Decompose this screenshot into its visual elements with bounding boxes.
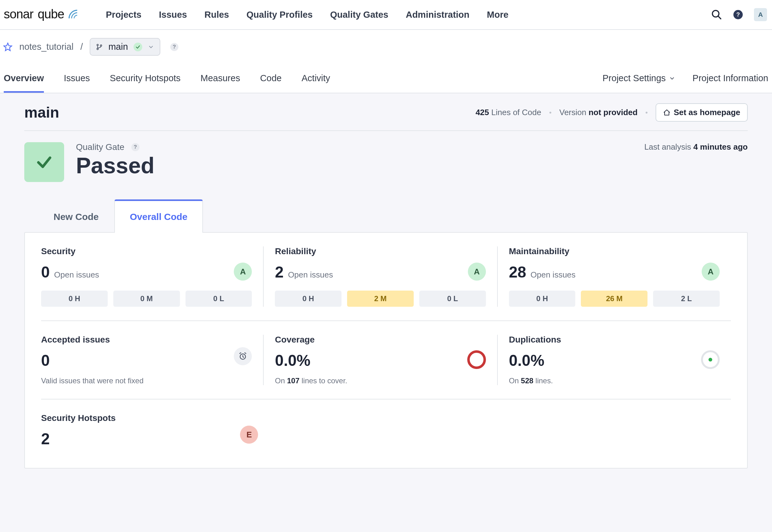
help-icon[interactable]: ? — [733, 10, 743, 19]
tab-measures[interactable]: Measures — [200, 64, 240, 93]
branch-help-icon[interactable]: ? — [170, 43, 178, 51]
metric-note: Valid issues that were not fixed — [41, 376, 252, 385]
search-icon[interactable] — [711, 9, 722, 20]
favorite-star-icon[interactable] — [3, 42, 12, 52]
quality-gate-badge — [24, 142, 64, 182]
metric-duplications: Duplications 0.0% On 528 lines. — [497, 335, 731, 385]
last-analysis-value: 4 minutes ago — [693, 142, 748, 152]
loc-count: 425 — [476, 108, 489, 117]
svg-text:qube: qube — [38, 7, 64, 21]
tab-overall-code[interactable]: Overall Code — [114, 199, 203, 233]
duplications-ring-icon — [701, 350, 720, 369]
metric-accepted-issues: Accepted issues 0 Valid issues that were… — [41, 335, 263, 385]
tab-activity[interactable]: Activity — [302, 64, 330, 93]
breadcrumb-project[interactable]: notes_tutorial — [19, 42, 73, 52]
nav-more[interactable]: More — [487, 10, 508, 20]
accepted-icon — [234, 347, 252, 365]
nav-quality-profiles[interactable]: Quality Profiles — [246, 10, 313, 20]
rating-badge[interactable]: A — [234, 263, 252, 281]
nav-issues[interactable]: Issues — [159, 10, 187, 20]
dot-separator — [550, 112, 551, 114]
quality-gate-section: Quality Gate ? Passed Last analysis 4 mi… — [24, 131, 748, 182]
metric-label: Open issues — [531, 270, 576, 280]
severity-chip-high[interactable]: 0 H — [41, 291, 108, 307]
branch-header: main 425 Lines of Code Version not provi… — [24, 103, 748, 131]
tab-issues[interactable]: Issues — [64, 64, 90, 93]
severity-chip-medium[interactable]: 26 M — [581, 291, 648, 307]
main-nav: Projects Issues Rules Quality Profiles Q… — [106, 10, 508, 20]
metrics-panel: Security 0 Open issues A 0 H 0 M 0 L Rel… — [24, 232, 748, 469]
metric-value[interactable]: 0.0% — [275, 352, 310, 370]
metric-title: Security — [41, 246, 252, 256]
severity-chip-medium[interactable]: 2 M — [347, 291, 414, 307]
home-icon — [663, 109, 671, 116]
metric-value[interactable]: 0.0% — [509, 352, 545, 370]
metric-count[interactable]: 28 — [509, 263, 526, 281]
tab-code[interactable]: Code — [260, 64, 281, 93]
code-scope-tabs: New Code Overall Code — [24, 199, 748, 233]
metric-label: Open issues — [54, 270, 99, 280]
version-value: not provided — [589, 108, 638, 117]
dot-icon — [709, 358, 712, 362]
tab-new-code[interactable]: New Code — [38, 200, 114, 233]
set-homepage-button[interactable]: Set as homepage — [656, 103, 748, 122]
metric-count[interactable]: 2 — [41, 430, 50, 448]
tab-project-information[interactable]: Project Information — [693, 64, 768, 93]
svg-point-6 — [97, 48, 98, 50]
tab-project-settings[interactable]: Project Settings — [603, 64, 675, 93]
branch-selector[interactable]: main — [90, 38, 160, 56]
quality-gate-help-icon[interactable]: ? — [131, 143, 139, 151]
metric-security: Security 0 Open issues A 0 H 0 M 0 L — [41, 246, 263, 307]
dot-separator — [646, 112, 648, 114]
project-header: notes_tutorial / main ? Overview Issues … — [0, 30, 772, 93]
nav-quality-gates[interactable]: Quality Gates — [330, 10, 388, 20]
page-body: main 425 Lines of Code Version not provi… — [0, 93, 772, 481]
metric-maintainability: Maintainability 28 Open issues A 0 H 26 … — [497, 246, 731, 307]
metric-label: Open issues — [288, 270, 333, 280]
tab-overview[interactable]: Overview — [4, 64, 44, 93]
coverage-ring-icon — [467, 350, 486, 369]
metric-security-hotspots: Security Hotspots 2 E — [41, 413, 269, 448]
set-homepage-label: Set as homepage — [674, 108, 740, 117]
quality-gate-status: Passed — [76, 154, 154, 178]
nav-projects[interactable]: Projects — [106, 10, 141, 20]
severity-chip-low[interactable]: 0 L — [185, 291, 252, 307]
svg-marker-4 — [4, 43, 12, 50]
severity-chip-low[interactable]: 0 L — [419, 291, 486, 307]
breadcrumb-separator: / — [80, 42, 83, 52]
chevron-down-icon — [148, 44, 154, 50]
metric-title: Accepted issues — [41, 335, 252, 345]
nav-rules[interactable]: Rules — [204, 10, 229, 20]
severity-chip-high[interactable]: 0 H — [275, 291, 341, 307]
severity-chip-medium[interactable]: 0 M — [113, 291, 180, 307]
quality-gate-label: Quality Gate — [76, 142, 124, 152]
nav-administration[interactable]: Administration — [406, 10, 470, 20]
metric-title: Security Hotspots — [41, 413, 258, 423]
metric-reliability: Reliability 2 Open issues A 0 H 2 M 0 L — [263, 246, 497, 307]
rating-badge[interactable]: A — [702, 263, 720, 281]
check-icon — [133, 43, 142, 51]
tab-security-hotspots[interactable]: Security Hotspots — [110, 64, 180, 93]
severity-chip-low[interactable]: 2 L — [653, 291, 720, 307]
sonarqube-logo[interactable]: sonarqube — [2, 7, 82, 23]
rating-badge[interactable]: A — [468, 263, 486, 281]
metric-count[interactable]: 0 — [41, 352, 50, 370]
last-analysis-label: Last analysis — [644, 142, 691, 152]
svg-line-3 — [718, 16, 721, 19]
metric-title: Duplications — [509, 335, 720, 345]
severity-chip-high[interactable]: 0 H — [509, 291, 576, 307]
tab-label: Project Settings — [603, 73, 666, 83]
page-title: main — [24, 104, 59, 121]
user-avatar[interactable]: A — [754, 8, 767, 21]
svg-point-5 — [97, 44, 98, 46]
branch-name: main — [108, 42, 128, 52]
metric-coverage: Coverage 0.0% On 107 lines to cover. — [263, 335, 497, 385]
top-navbar: sonarqube Projects Issues Rules Quality … — [0, 0, 772, 30]
chevron-down-icon — [669, 75, 675, 82]
project-tabs: Overview Issues Security Hotspots Measur… — [1, 64, 771, 93]
metric-title: Reliability — [275, 246, 486, 256]
metric-count[interactable]: 2 — [275, 263, 283, 281]
metric-title: Maintainability — [509, 246, 720, 256]
branch-icon — [96, 43, 103, 51]
metric-count[interactable]: 0 — [41, 263, 50, 281]
